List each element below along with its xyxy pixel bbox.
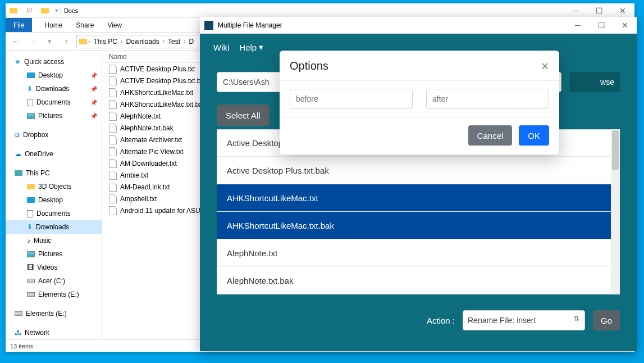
scrollbar[interactable] (611, 129, 620, 294)
ok-button[interactable]: OK (519, 125, 549, 146)
file-icon (109, 171, 117, 180)
file-icon (109, 135, 117, 144)
before-input[interactable] (290, 89, 413, 109)
nav-item-selected[interactable]: ⬇Downloads (6, 220, 102, 234)
mfm-file-row[interactable]: AlephNote.txt.bak (217, 267, 620, 294)
nav-dropbox[interactable]: ⧉Dropbox (6, 128, 102, 142)
nav-pane: ★Quick access Desktop📌 ⬇Downloads📌 Docum… (6, 51, 102, 339)
nav-onedrive[interactable]: ☁OneDrive (6, 147, 102, 161)
action-label: Action : (427, 316, 455, 325)
select-all-button[interactable]: Select All (217, 105, 270, 126)
tab-home[interactable]: Home (38, 18, 69, 32)
app-title: Multiple File Manager (218, 21, 282, 29)
file-icon (109, 76, 117, 85)
nav-item[interactable]: ⬇Downloads📌 (6, 82, 102, 96)
close-button[interactable]: ✕ (611, 3, 634, 18)
nav-item[interactable]: Pictures (6, 247, 102, 261)
nav-item[interactable]: Desktop📌 (6, 69, 102, 82)
file-icon (109, 65, 117, 74)
window-title: Docs (64, 7, 78, 14)
modal-title: Options (290, 60, 328, 72)
file-icon (109, 88, 117, 97)
go-button[interactable]: Go (593, 310, 620, 330)
menu-help[interactable]: Help▾ (239, 42, 263, 52)
file-icon (109, 112, 117, 121)
minimize-button[interactable]: ─ (564, 3, 587, 18)
mfm-titlebar: Multiple File Manager ─ ☐ ✕ (200, 17, 637, 34)
nav-item[interactable]: Acer (C:) (6, 274, 102, 288)
nav-elements[interactable]: Elements (E:) (6, 307, 102, 320)
nav-quick-access[interactable]: ★Quick access (6, 55, 102, 69)
nav-item[interactable]: Pictures📌 (6, 109, 102, 122)
recent-dropdown[interactable]: ▾ (43, 35, 56, 48)
mfm-file-row[interactable]: Active Desktop Plus.txt.bak (217, 157, 620, 184)
browse-button[interactable]: wse (569, 72, 620, 92)
tab-view[interactable]: View (101, 18, 129, 32)
after-input[interactable] (426, 89, 549, 109)
chevron-down-icon: ▾ (259, 42, 263, 52)
action-row: Action : Rename File: insert Go (217, 310, 620, 330)
up-button[interactable]: ↑ (60, 35, 73, 48)
folder-icon (79, 39, 87, 44)
folder-icon (8, 5, 19, 16)
file-icon (109, 183, 117, 192)
nav-item[interactable]: Documents📌 (6, 96, 102, 109)
nav-item[interactable]: 3D Objects (6, 180, 102, 193)
menu-wiki[interactable]: Wiki (213, 43, 229, 52)
nav-item[interactable]: ♪Music (6, 234, 102, 247)
action-select[interactable]: Rename File: insert (463, 310, 585, 330)
nav-item[interactable]: Elements (E:) (6, 288, 102, 301)
tab-share[interactable]: Share (69, 18, 101, 32)
file-icon (109, 159, 117, 168)
folder-icon (39, 5, 51, 16)
back-button[interactable]: ← (9, 35, 22, 48)
nav-this-pc[interactable]: This PC (6, 166, 102, 180)
close-icon[interactable]: ✕ (541, 60, 549, 72)
file-icon (109, 100, 117, 109)
minimize-button[interactable]: ─ (566, 17, 590, 34)
nav-item[interactable]: 🎞Videos (6, 261, 102, 274)
cancel-button[interactable]: Cancel (468, 125, 513, 146)
app-icon (204, 21, 213, 30)
file-icon (109, 206, 117, 215)
options-modal: Options ✕ Cancel OK (280, 51, 559, 155)
close-button[interactable]: ✕ (613, 17, 637, 34)
file-icon (109, 194, 117, 203)
nav-item[interactable]: Desktop (6, 193, 102, 207)
nav-network[interactable]: 🖧Network (6, 326, 102, 339)
file-icon (109, 124, 117, 133)
mfm-file-row[interactable]: AHKShortcutLikeMac.txt (217, 184, 620, 212)
maximize-button[interactable]: ☐ (587, 3, 611, 18)
file-icon (109, 147, 117, 156)
tab-file[interactable]: File (6, 18, 32, 32)
maximize-button[interactable]: ☐ (590, 17, 613, 34)
mfm-file-row[interactable]: AHKShortcutLikeMac.txt.bak (217, 212, 620, 239)
qat-icon[interactable]: ☑ (24, 5, 35, 16)
forward-button[interactable]: → (26, 35, 39, 48)
mfm-file-row[interactable]: AlephNote.txt (217, 239, 620, 267)
explorer-titlebar: ☑ ▾ | Docs ─ ☐ ✕ (6, 3, 634, 18)
nav-item[interactable]: Documents (6, 207, 102, 220)
